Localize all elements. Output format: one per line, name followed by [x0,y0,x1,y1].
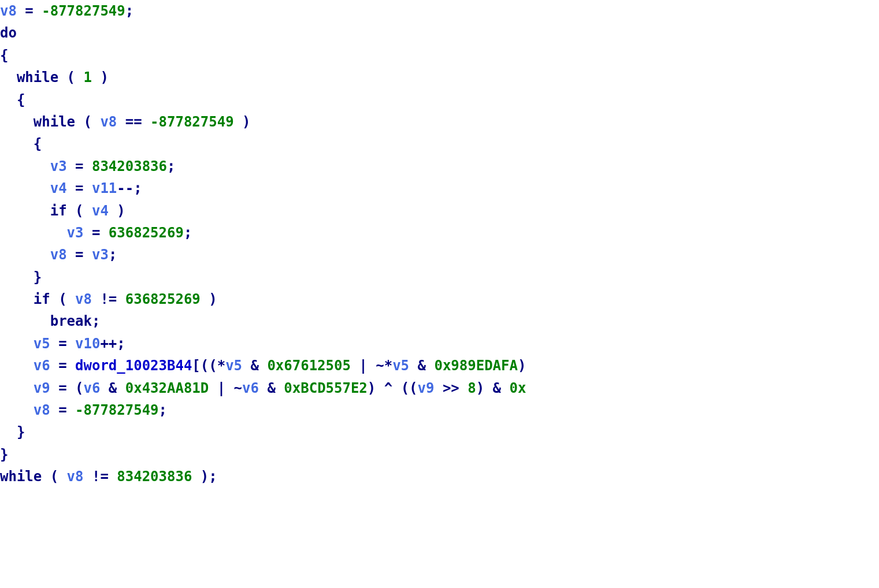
code-token-kw: do [0,25,17,41]
code-token-var: v4 [92,203,109,219]
code-token-op: = [50,358,75,374]
code-token-var: v6 [34,358,50,374]
code-token-var: v8 [34,402,50,418]
code-token-var: v5 [392,358,409,374]
code-token-op: = [50,336,75,352]
code-token-var: v5 [225,358,242,374]
code-token-op: } [0,424,25,440]
code-token-op: ; [125,3,133,19]
code-token-op: ; [167,158,175,174]
code-token-func: dword_10023B44 [75,358,192,374]
code-token-num: 8 [468,380,476,396]
code-token-num: 0x67612505 [267,358,351,374]
code-token-op [0,69,17,85]
code-token-kw: while [34,114,75,130]
code-token-op: ) & [476,380,510,396]
code-token-kw: break [50,313,92,329]
code-token-op: ( [67,203,92,219]
code-token-op [0,158,50,174]
code-token-op: ; [92,313,100,329]
code-token-op [0,203,50,219]
code-token-op [0,336,34,352]
code-token-op: ; [159,402,167,418]
code-token-num: 0xBCD557E2 [284,380,368,396]
code-token-op: | ~ [209,380,242,396]
code-token-op: = ( [50,380,84,396]
code-token-var: v8 [75,291,92,307]
code-token-op: ) [518,358,526,374]
code-token-num: 636825269 [109,225,184,241]
code-token-var: v8 [67,468,84,485]
code-token-var: v9 [418,380,435,396]
code-token-op [0,402,34,418]
code-token-op: ( [42,468,66,485]
code-token-op: = [17,3,42,19]
code-token-op [0,380,34,396]
code-token-op: } [0,446,8,463]
code-token-num: -877827549 [150,114,234,130]
code-token-op: != [84,468,117,485]
code-token-kw: while [17,69,58,85]
code-token-op: = [67,158,92,174]
code-token-op: | ~* [351,358,392,374]
code-token-num: 834203836 [117,468,192,485]
code-token-op: { [0,47,8,64]
code-token-var: v8 [50,247,67,263]
code-token-op [0,114,34,130]
code-token-op: ; [184,225,192,241]
code-token-var: v8 [0,3,17,19]
code-token-num: -877827549 [75,402,159,418]
code-token-num: 0x [509,380,526,396]
code-token-op: ) [109,203,125,219]
code-token-op: ++; [100,336,125,352]
code-token-op: & [259,380,284,396]
code-token-op: --; [117,180,142,196]
code-token-op: ) [92,69,109,85]
code-token-op: = [67,180,92,196]
code-token-var: v10 [75,336,100,352]
code-token-num: -877827549 [42,3,125,19]
code-token-op: ); [192,468,217,485]
code-token-op: & [242,358,267,374]
code-token-op: = [84,225,109,241]
code-token-op [0,313,50,329]
code-token-op: } [0,269,42,285]
code-token-op [0,247,50,263]
code-token-op [0,358,34,374]
decompiled-code-block: v8 = -877827549; do { while ( 1 ) { whil… [0,0,879,488]
code-token-op: != [92,291,125,307]
code-token-op: ; [109,247,117,263]
code-token-op [0,180,50,196]
code-token-num: 0x432AA81D [125,380,209,396]
code-token-op: ) [201,291,217,307]
code-token-var: v5 [34,336,50,352]
code-token-op: ( [75,114,100,130]
code-token-op: == [117,114,150,130]
code-token-var: v3 [50,158,67,174]
code-token-var: v8 [100,114,117,130]
code-token-op: ( [58,69,83,85]
code-token-op: ) [234,114,251,130]
code-token-num: 0x989EDAFA [434,358,518,374]
code-token-var: v4 [50,180,67,196]
code-token-var: v9 [34,380,50,396]
code-token-kw: if [34,291,50,307]
code-token-op: { [0,136,42,152]
code-token-var: v6 [242,380,259,396]
code-token-kw: while [0,468,42,485]
code-token-var: v6 [84,380,101,396]
code-token-var: v3 [92,247,109,263]
code-token-op: ( [50,291,75,307]
code-token-op: [((* [192,358,225,374]
code-token-num: 636825269 [125,291,201,307]
code-token-var: v3 [67,225,84,241]
code-token-num: 1 [84,69,92,85]
code-token-op: >> [434,380,468,396]
code-token-kw: if [50,203,67,219]
code-token-var: v11 [92,180,117,196]
code-token-op: { [0,92,25,108]
code-token-op: = [67,247,92,263]
code-token-op: & [409,358,434,374]
code-token-op: = [50,402,75,418]
code-token-num: 834203836 [92,158,167,174]
